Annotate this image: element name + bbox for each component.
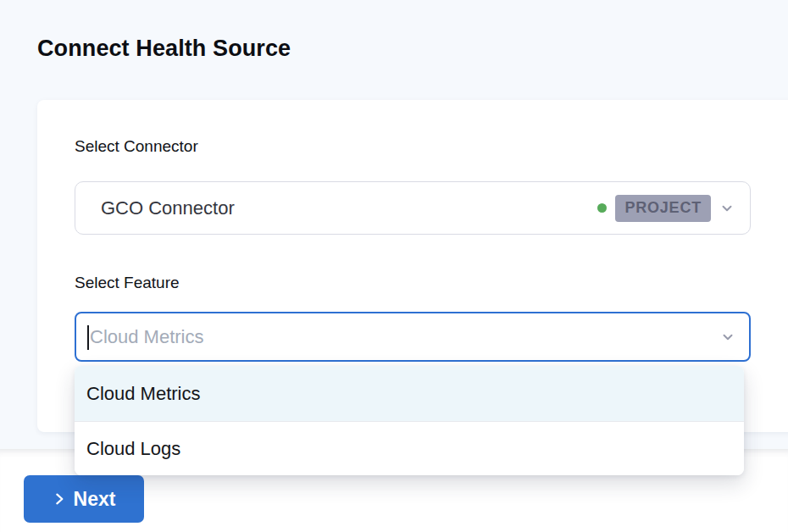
chevron-right-icon: [53, 491, 66, 507]
feature-input[interactable]: [76, 313, 720, 360]
connector-select[interactable]: GCO Connector PROJECT: [75, 181, 751, 235]
option-cloud-logs[interactable]: Cloud Logs: [75, 421, 744, 475]
select-connector-label: Select Connector: [75, 137, 198, 156]
select-feature-label: Select Feature: [75, 274, 180, 292]
next-button-label: Next: [74, 488, 116, 511]
connector-scope-badge: PROJECT: [615, 195, 711, 222]
text-caret: [87, 325, 89, 350]
option-cloud-metrics[interactable]: Cloud Metrics: [75, 366, 744, 421]
connector-selected-value: GCO Connector: [101, 197, 235, 219]
page-title: Connect Health Source: [37, 36, 291, 62]
feature-combobox[interactable]: [75, 312, 751, 362]
chevron-down-icon[interactable]: [720, 330, 735, 345]
feature-options-menu: Cloud Metrics Cloud Logs: [75, 366, 744, 475]
next-button[interactable]: Next: [24, 475, 144, 523]
chevron-down-icon: [719, 201, 735, 216]
connector-status-dot-icon: [597, 203, 607, 213]
